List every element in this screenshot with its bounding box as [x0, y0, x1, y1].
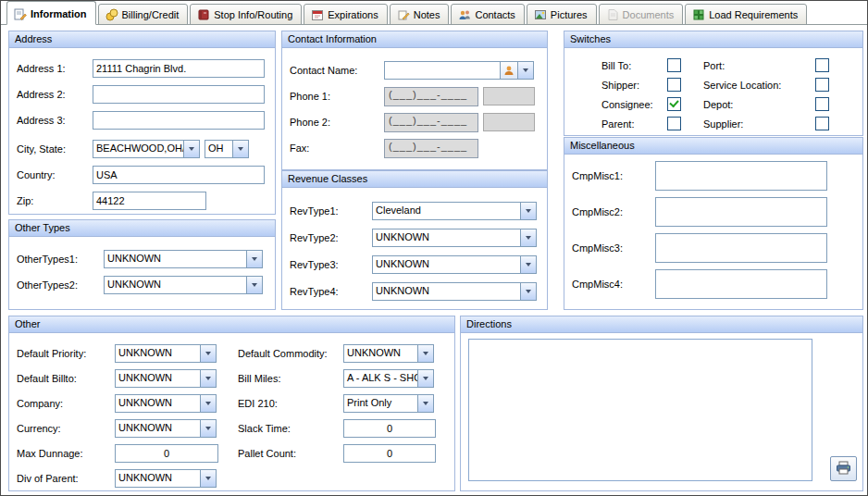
- phone1-input[interactable]: (___)___-____: [384, 87, 478, 106]
- revtype3-label: RevType3:: [290, 259, 372, 270]
- max-dunnage-input[interactable]: [115, 444, 218, 463]
- othertypes2-dropdown[interactable]: UNKNOWN: [104, 276, 263, 294]
- company-information-window: Information Billing/Credit Stop Info/Rou…: [0, 0, 868, 496]
- revtype2-dropdown[interactable]: UNKNOWN: [372, 229, 537, 247]
- chevron-down-icon: [246, 277, 262, 293]
- cmpmisc1-label: CmpMisc1:: [572, 170, 655, 181]
- max-dunnage-label: Max Dunnage:: [17, 448, 115, 459]
- service-location-checkbox[interactable]: [815, 78, 829, 92]
- directions-group: Directions: [460, 316, 863, 491]
- address-group-header: Address: [9, 31, 275, 48]
- tab-load-requirements[interactable]: Load Requirements: [685, 4, 807, 25]
- consignee-label: Consignee:: [601, 99, 653, 110]
- chevron-down-icon: [200, 420, 216, 437]
- othertypes1-dropdown[interactable]: UNKNOWN: [104, 250, 263, 268]
- address3-input[interactable]: [93, 111, 265, 130]
- revtype1-dropdown-value: Cleveland: [373, 203, 520, 219]
- default-billto-dropdown[interactable]: UNKNOWN: [115, 369, 217, 388]
- billto-label: Bill To:: [601, 60, 631, 71]
- div-of-parent-dropdown[interactable]: UNKNOWN: [115, 469, 217, 488]
- chevron-down-icon: [520, 256, 536, 273]
- revtype1-dropdown[interactable]: Cleveland: [372, 202, 537, 220]
- city-dropdown[interactable]: BEACHWOOD,OH/: [93, 140, 200, 158]
- chevron-down-icon: [246, 251, 262, 267]
- chevron-down-icon: [232, 141, 248, 157]
- revtype3-dropdown[interactable]: UNKNOWN: [372, 255, 537, 274]
- tab-contacts[interactable]: Contacts: [451, 4, 524, 25]
- company-dropdown[interactable]: UNKNOWN: [115, 394, 217, 413]
- revtype3-dropdown-value: UNKNOWN: [373, 256, 520, 273]
- chevron-down-icon: [520, 203, 536, 219]
- cmpmisc1-input[interactable]: [655, 161, 827, 191]
- depot-checkbox[interactable]: [815, 97, 829, 111]
- switches-group: Switches Bill To: Shipper: Consignee: Pa…: [564, 31, 863, 136]
- shipper-label: Shipper:: [601, 80, 639, 91]
- contact-name-dropdown[interactable]: [384, 61, 534, 80]
- country-input[interactable]: [93, 166, 265, 184]
- currency-dropdown-value: UNKNOWN: [116, 420, 200, 437]
- phone1-extension-input[interactable]: [483, 87, 535, 105]
- div-of-parent-dropdown-value: UNKNOWN: [116, 470, 200, 487]
- shipper-checkbox[interactable]: [667, 78, 681, 92]
- load-requirements-tab-icon: [692, 8, 705, 21]
- cmpmisc3-input[interactable]: [655, 233, 827, 263]
- div-of-parent-label: Div of Parent:: [17, 473, 115, 484]
- currency-dropdown[interactable]: UNKNOWN: [115, 419, 217, 438]
- contact-name-label: Contact Name:: [290, 65, 384, 76]
- revtype4-dropdown[interactable]: UNKNOWN: [372, 282, 537, 301]
- currency-label: Currency:: [17, 423, 115, 434]
- othertypes1-label: OtherTypes1:: [17, 254, 104, 265]
- print-button[interactable]: [830, 456, 857, 481]
- consignee-checkbox[interactable]: [667, 97, 681, 111]
- default-commodity-dropdown-value: UNKNOWN: [344, 345, 417, 362]
- fax-label: Fax:: [290, 143, 384, 154]
- directions-textarea[interactable]: [468, 339, 812, 481]
- supplier-checkbox[interactable]: [815, 117, 829, 130]
- tab-expirations[interactable]: Expirations: [304, 4, 387, 25]
- tab-billing-credit[interactable]: Billing/Credit: [98, 4, 189, 25]
- revtype4-dropdown-value: UNKNOWN: [373, 283, 520, 300]
- state-dropdown-value: OH: [205, 141, 232, 157]
- phone1-label: Phone 1:: [290, 91, 384, 102]
- cmpmisc2-label: CmpMisc2:: [572, 206, 655, 217]
- depot-label: Depot:: [703, 99, 733, 110]
- person-icon[interactable]: [500, 62, 517, 79]
- billing-credit-tab-icon: [105, 8, 118, 21]
- othertypes2-label: OtherTypes2:: [17, 279, 104, 291]
- edi-210-dropdown[interactable]: Print Only: [343, 394, 434, 413]
- zip-input[interactable]: [93, 192, 206, 210]
- state-dropdown[interactable]: OH: [205, 140, 249, 158]
- cmpmisc2-input[interactable]: [655, 197, 827, 227]
- default-priority-dropdown[interactable]: UNKNOWN: [115, 344, 217, 363]
- cmpmisc4-input[interactable]: [655, 269, 827, 299]
- billto-checkbox[interactable]: [667, 58, 681, 72]
- slack-time-input[interactable]: [343, 419, 436, 438]
- contacts-tab-icon: [458, 8, 471, 21]
- tab-label: Notes: [414, 9, 440, 20]
- edi-210-label: EDI 210:: [238, 398, 343, 409]
- tab-information[interactable]: Information: [6, 1, 96, 25]
- tab-notes[interactable]: Notes: [390, 4, 450, 25]
- address1-input[interactable]: [93, 59, 265, 78]
- address2-input[interactable]: [93, 85, 265, 104]
- bill-miles-dropdown-value: A - ALK S - SHO: [344, 370, 417, 387]
- pallet-count-label: Pallet Count:: [238, 448, 343, 459]
- bill-miles-label: Bill Miles:: [238, 373, 343, 384]
- tab-label: Information: [31, 8, 87, 19]
- port-checkbox[interactable]: [815, 58, 829, 72]
- tab-pictures[interactable]: Pictures: [527, 4, 597, 25]
- fax-input[interactable]: (___)___-____: [384, 139, 478, 158]
- tab-strip: Information Billing/Credit Stop Info/Rou…: [1, 1, 867, 25]
- pallet-count-input[interactable]: [343, 444, 436, 463]
- tab-label: Expirations: [328, 9, 378, 20]
- phone2-input[interactable]: (___)___-____: [384, 113, 478, 132]
- bill-miles-dropdown[interactable]: A - ALK S - SHO: [343, 369, 434, 388]
- phone2-extension-input[interactable]: [483, 113, 535, 131]
- parent-checkbox[interactable]: [667, 117, 681, 130]
- printer-icon: [836, 461, 851, 477]
- documents-tab-icon: [606, 8, 619, 21]
- contact-name-dropdown-value: [385, 62, 500, 79]
- directions-group-header: Directions: [461, 316, 862, 333]
- tab-stop-info-routing[interactable]: Stop Info/Routing: [190, 4, 302, 25]
- default-commodity-dropdown[interactable]: UNKNOWN: [343, 344, 434, 363]
